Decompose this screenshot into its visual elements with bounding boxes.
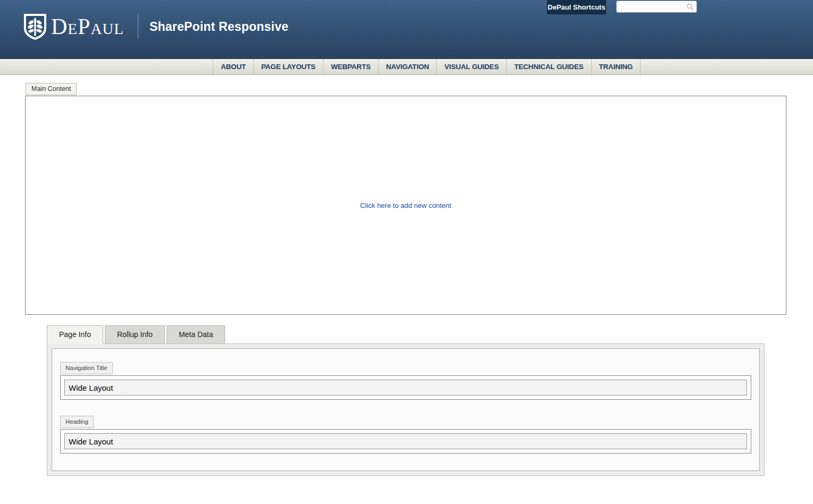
info-tabs: Page Info Rollup Info Meta Data [47,325,765,343]
search-icon[interactable] [686,3,694,11]
brand-divider [138,14,138,39]
navigation-title-label: Navigation Title [60,362,113,374]
main-content-editor[interactable]: Click here to add new content [25,96,786,315]
nav-item-navigation[interactable]: NAVIGATION [378,59,437,75]
page-info-panel: Navigation Title Heading [47,343,765,476]
site-header: DePaul SharePoint Responsive DePaul Shor… [0,0,813,59]
depaul-shortcuts-button[interactable]: DePaul Shortcuts [547,0,606,14]
tab-rollup-info[interactable]: Rollup Info [105,325,165,343]
page-edit-area: Main Content Click here to add new conte… [0,75,813,476]
brand[interactable]: DePaul SharePoint Responsive [23,13,288,40]
navigation-title-field-wrap [60,375,751,400]
page-info-form: Navigation Title Heading [52,348,760,471]
tab-page-info[interactable]: Page Info [47,325,103,344]
heading-field-wrap [60,429,751,453]
main-content-region-label: Main Content [26,83,77,95]
nav-item-visual-guides[interactable]: VISUAL GUIDES [436,59,506,75]
add-content-link[interactable]: Click here to add new content [360,201,451,209]
tab-meta-data[interactable]: Meta Data [167,325,226,343]
heading-field-group: Heading [60,416,751,453]
search-box[interactable] [616,1,697,13]
nav-item-webparts[interactable]: WEBPARTS [323,59,378,75]
heading-input[interactable] [64,433,747,449]
nav-item-training[interactable]: TRAINING [591,59,641,75]
primary-nav-list: ABOUT PAGE LAYOUTS WEBPARTS NAVIGATION V… [213,59,813,75]
search-input[interactable] [617,1,696,12]
navigation-title-field-group: Navigation Title [60,362,751,400]
page-properties-section: Page Info Rollup Info Meta Data Navigati… [47,325,765,476]
nav-item-about[interactable]: ABOUT [213,59,253,75]
heading-label: Heading [60,416,94,428]
primary-nav: ABOUT PAGE LAYOUTS WEBPARTS NAVIGATION V… [0,59,813,75]
brand-name: DePaul [51,13,124,40]
site-title: SharePoint Responsive [150,20,288,34]
nav-item-page-layouts[interactable]: PAGE LAYOUTS [253,59,323,75]
depaul-shield-tree-icon [23,13,47,40]
nav-item-technical-guides[interactable]: TECHNICAL GUIDES [506,59,591,75]
navigation-title-input[interactable] [64,380,747,396]
